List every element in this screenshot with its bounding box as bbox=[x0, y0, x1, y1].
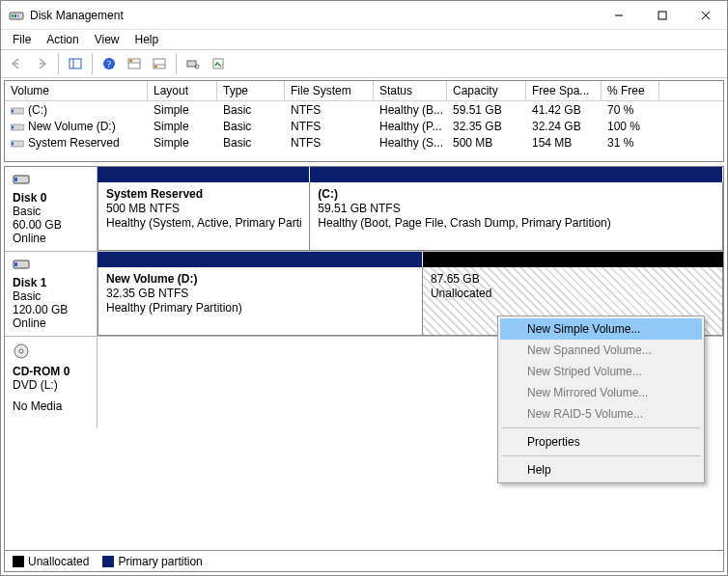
disk-row: Disk 0 Basic 60.00 GB Online System Rese… bbox=[5, 167, 723, 252]
col-filesystem[interactable]: File System bbox=[285, 81, 374, 101]
volume-icon bbox=[11, 105, 24, 115]
svg-rect-30 bbox=[14, 262, 17, 266]
svg-rect-22 bbox=[12, 109, 14, 112]
svg-rect-18 bbox=[187, 61, 196, 67]
menu-action[interactable]: Action bbox=[39, 31, 86, 48]
context-menu: New Simple Volume... New Spanned Volume.… bbox=[497, 315, 705, 483]
maximize-button[interactable] bbox=[640, 1, 684, 29]
help-button[interactable]: ? bbox=[98, 52, 121, 75]
menubar: File Action View Help bbox=[1, 30, 727, 49]
svg-text:?: ? bbox=[107, 59, 112, 69]
window-title: Disk Management bbox=[30, 9, 597, 22]
svg-rect-14 bbox=[129, 60, 132, 62]
partition-new-volume-d[interactable]: New Volume (D:) 32.35 GB NTFS Healthy (P… bbox=[98, 267, 423, 336]
volume-name: System Reserved bbox=[28, 136, 120, 150]
titlebar: Disk Management bbox=[1, 1, 727, 30]
toolbar-sep bbox=[92, 53, 93, 74]
toolbar: ? bbox=[1, 49, 727, 78]
svg-rect-1 bbox=[12, 14, 14, 17]
partition-bar-primary bbox=[310, 167, 723, 182]
close-button[interactable] bbox=[684, 1, 727, 29]
cdrom-icon bbox=[13, 343, 30, 360]
ctx-new-spanned-volume[interactable]: New Spanned Volume... bbox=[500, 340, 702, 361]
settings-button[interactable] bbox=[182, 52, 205, 75]
partition-bar-primary bbox=[98, 167, 310, 182]
ctx-new-raid5-volume[interactable]: New RAID-5 Volume... bbox=[500, 403, 702, 425]
show-hide-tree-button[interactable] bbox=[64, 52, 87, 75]
ctx-properties[interactable]: Properties bbox=[500, 431, 702, 453]
disk-graphical-view: Disk 0 Basic 60.00 GB Online System Rese… bbox=[4, 166, 724, 551]
disk-label[interactable]: Disk 1 Basic 120.00 GB Online bbox=[5, 252, 98, 336]
forward-button[interactable] bbox=[30, 52, 53, 75]
volume-list-header: Volume Layout Type File System Status Ca… bbox=[5, 81, 723, 101]
col-type[interactable]: Type bbox=[217, 81, 285, 101]
minimize-button[interactable] bbox=[597, 1, 640, 29]
view-top-button[interactable] bbox=[123, 52, 146, 75]
partition-bar-primary bbox=[98, 252, 423, 267]
legend-unallocated: Unallocated bbox=[13, 555, 89, 568]
view-bottom-button[interactable] bbox=[148, 52, 171, 75]
svg-rect-3 bbox=[17, 14, 19, 17]
disk-icon bbox=[13, 173, 30, 186]
col-volume[interactable]: Volume bbox=[5, 81, 148, 101]
ctx-new-striped-volume[interactable]: New Striped Volume... bbox=[500, 361, 702, 382]
menu-view[interactable]: View bbox=[87, 31, 127, 48]
col-status[interactable]: Status bbox=[374, 81, 447, 101]
volume-row[interactable]: (C:) Simple Basic NTFS Healthy (B... 59.… bbox=[5, 101, 723, 118]
legend-primary: Primary partition bbox=[102, 555, 202, 568]
ctx-separator bbox=[502, 455, 700, 456]
toolbar-sep bbox=[176, 53, 177, 74]
app-icon bbox=[9, 8, 24, 23]
partition-system-reserved[interactable]: System Reserved 500 MB NTFS Healthy (Sys… bbox=[98, 182, 310, 251]
svg-rect-17 bbox=[154, 66, 157, 68]
disk-icon bbox=[13, 258, 30, 271]
volume-row[interactable]: System Reserved Simple Basic NTFS Health… bbox=[5, 134, 723, 151]
volume-name: New Volume (D:) bbox=[28, 120, 116, 133]
ctx-separator bbox=[502, 427, 700, 428]
col-layout[interactable]: Layout bbox=[148, 81, 217, 101]
toolbar-sep bbox=[58, 53, 59, 74]
menu-file[interactable]: File bbox=[5, 31, 39, 48]
volume-row[interactable]: New Volume (D:) Simple Basic NTFS Health… bbox=[5, 118, 723, 134]
properties-button[interactable] bbox=[207, 52, 230, 75]
svg-rect-24 bbox=[12, 125, 14, 128]
disk-label[interactable]: Disk 0 Basic 60.00 GB Online bbox=[5, 167, 98, 251]
svg-rect-28 bbox=[14, 178, 17, 181]
svg-rect-2 bbox=[14, 14, 16, 17]
menu-help[interactable]: Help bbox=[127, 31, 167, 48]
svg-rect-5 bbox=[658, 12, 666, 19]
volume-icon bbox=[11, 122, 24, 131]
svg-rect-26 bbox=[12, 142, 14, 145]
partition-c[interactable]: (C:) 59.51 GB NTFS Healthy (Boot, Page F… bbox=[310, 182, 723, 251]
partition-bar-unallocated bbox=[423, 252, 723, 267]
volume-name: (C:) bbox=[28, 103, 47, 117]
ctx-new-simple-volume[interactable]: New Simple Volume... bbox=[500, 318, 702, 340]
col-freespace[interactable]: Free Spa... bbox=[526, 81, 602, 101]
back-button[interactable] bbox=[5, 52, 28, 75]
svg-rect-8 bbox=[70, 59, 81, 69]
volume-icon bbox=[11, 138, 24, 148]
disk-label[interactable]: CD-ROM 0 DVD (L:) No Media bbox=[5, 337, 98, 428]
col-spacer bbox=[659, 81, 723, 101]
ctx-new-mirrored-volume[interactable]: New Mirrored Volume... bbox=[500, 382, 702, 403]
svg-point-32 bbox=[19, 349, 23, 353]
ctx-help[interactable]: Help bbox=[500, 459, 702, 480]
volume-list: Volume Layout Type File System Status Ca… bbox=[4, 80, 724, 162]
legend: Unallocated Primary partition bbox=[4, 551, 724, 572]
col-pctfree[interactable]: % Free bbox=[602, 81, 659, 101]
col-capacity[interactable]: Capacity bbox=[447, 81, 526, 101]
